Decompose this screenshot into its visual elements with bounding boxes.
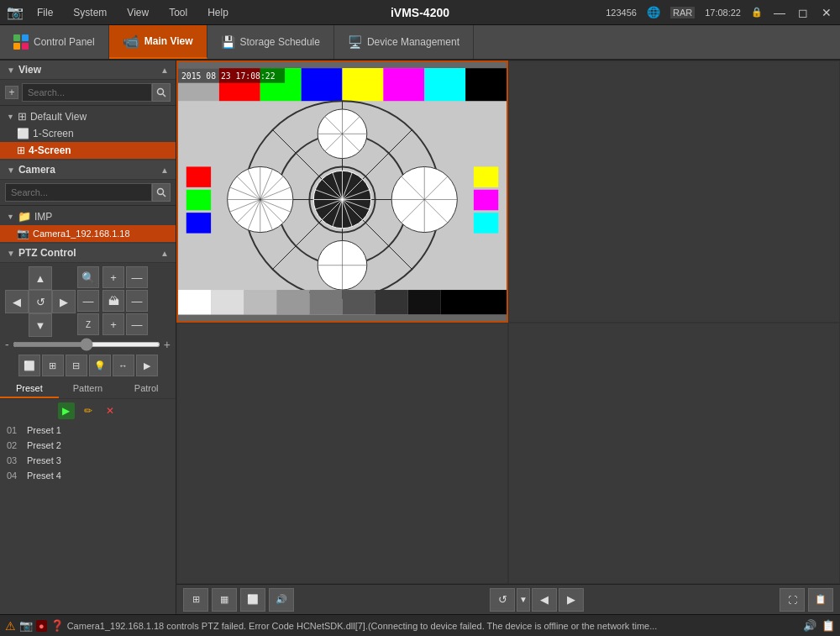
ptz-auto-btn[interactable]: + <box>102 313 124 335</box>
ptz-left-btn[interactable]: ◀ <box>5 290 29 313</box>
minimize-button[interactable]: — <box>773 6 786 19</box>
view-collapse-right-icon: ▲ <box>160 66 169 75</box>
tab-control-panel-label: Control Panel <box>34 36 95 48</box>
screen1-icon: ⬜ <box>17 128 29 139</box>
camera-section: ▼ Camera ▲ ▼ 📁 IMP <box>0 160 176 244</box>
ptz-up-btn[interactable]: ▲ <box>29 266 52 290</box>
video-cell-2[interactable] <box>508 60 840 323</box>
camera-search-input[interactable] <box>5 183 152 202</box>
toolbar-layout1-btn[interactable]: ⊞ <box>183 588 208 612</box>
svg-line-3 <box>163 194 165 197</box>
ptz-focus-near-btn[interactable]: + <box>102 266 124 288</box>
video-cell-3[interactable] <box>176 323 508 585</box>
lock-icon: 🔒 <box>751 7 763 18</box>
ptz-section-header[interactable]: ▼ PTZ Control ▲ <box>0 244 176 263</box>
tab-control-panel-icon <box>13 34 29 50</box>
toolbar-fullscreen-btn[interactable]: ⛶ <box>780 588 805 612</box>
func-btn-3[interactable]: ⊟ <box>66 355 87 376</box>
menu-tool[interactable]: Tool <box>162 7 194 18</box>
preset-play-btn[interactable]: ▶ <box>58 402 75 419</box>
toolbar-fullscreen-single-btn[interactable]: ⬜ <box>240 588 265 612</box>
toolbar-capture-btn[interactable]: 📋 <box>808 588 833 612</box>
preset-item-4[interactable]: 04 Preset 4 <box>0 468 176 483</box>
toolbar-prev-btn[interactable]: ◀ <box>532 588 557 612</box>
video-cell-1[interactable]: 2015 08 23 17:08:22 <box>176 60 508 323</box>
titlebar-right: 123456 🌐 RAR 17:08:22 🔒 — ◻ ✕ <box>606 6 833 19</box>
preset-tab-pattern[interactable]: Pattern <box>59 380 118 398</box>
camera-section-header[interactable]: ▼ Camera ▲ <box>0 160 176 180</box>
preset-item-3[interactable]: 03 Preset 3 <box>0 453 176 468</box>
status-speaker-icon[interactable]: 🔊 <box>803 619 816 632</box>
toolbar-volume-btn[interactable]: 🔊 <box>269 588 294 612</box>
preset-item-1[interactable]: 01 Preset 1 <box>0 423 176 438</box>
ptz-focus-far-btn[interactable]: — <box>126 266 148 288</box>
toolbar-next-btn[interactable]: ▶ <box>559 588 584 612</box>
tab-control-panel[interactable]: Control Panel <box>0 25 109 59</box>
menu-view[interactable]: View <box>120 7 155 18</box>
ptz-btn-empty4 <box>52 313 74 335</box>
tree-item-imp[interactable]: ▼ 📁 IMP <box>0 208 176 225</box>
preset-item-2[interactable]: 02 Preset 2 <box>0 438 176 453</box>
preset-tab-patrol[interactable]: Patrol <box>117 380 176 398</box>
ptz-focus-col: + — 🏔 — + — <box>102 266 148 335</box>
status-clipboard-icon[interactable]: 📋 <box>822 619 835 632</box>
preset-tab-preset[interactable]: Preset <box>0 380 59 398</box>
preset-list: 01 Preset 1 02 Preset 2 03 Preset 3 04 <box>0 423 176 614</box>
camera-section-title: Camera <box>18 164 55 176</box>
func-btn-1[interactable]: ⬜ <box>18 355 40 376</box>
ptz-iris-close-btn[interactable]: — <box>126 290 148 312</box>
ptz-controls-area: ▲ ◀ ↺ ▶ ▼ 🔍 — Z <box>0 263 176 380</box>
svg-rect-61 <box>309 290 342 314</box>
view-search-input[interactable] <box>22 83 152 102</box>
ptz-down-btn[interactable]: ▼ <box>29 313 52 337</box>
svg-rect-59 <box>244 290 276 314</box>
ptz-center-btn[interactable]: ↺ <box>29 290 52 313</box>
close-button[interactable]: ✕ <box>820 6 833 19</box>
func-btn-next[interactable]: ▶ <box>136 355 158 376</box>
tree-item-4screen[interactable]: ⊞ 4-Screen <box>0 142 176 159</box>
view-add-btn[interactable]: + <box>5 86 18 99</box>
folder-icon: 📁 <box>18 210 31 223</box>
tree-item-default-view[interactable]: ▼ ⊞ Default View <box>0 108 176 125</box>
menu-help[interactable]: Help <box>201 7 235 18</box>
svg-line-1 <box>163 94 165 97</box>
tab-storage-schedule[interactable]: 💾 Storage Schedule <box>207 25 334 59</box>
camera-collapse-right: ▲ <box>160 166 169 175</box>
func-btn-5[interactable]: ↔ <box>113 355 134 376</box>
preset-edit-btn[interactable]: ✏ <box>80 402 97 419</box>
camera-icon: 📷 <box>17 228 29 239</box>
left-panel: ▼ View ▲ + ▼ ⊞ Default View <box>0 60 176 614</box>
svg-rect-57 <box>178 290 211 314</box>
svg-rect-63 <box>375 290 408 314</box>
menu-file[interactable]: File <box>30 7 60 18</box>
view-section-header[interactable]: ▼ View ▲ <box>0 60 176 80</box>
zoom-slider[interactable] <box>13 342 160 347</box>
tree-item-1screen[interactable]: ⬜ 1-Screen <box>0 125 176 142</box>
tree-item-camera1[interactable]: 📷 Camera1_192.168.1.18 <box>0 225 176 242</box>
ptz-right-btn[interactable]: ▶ <box>52 290 76 313</box>
func-btn-2[interactable]: ⊞ <box>42 355 64 376</box>
ptz-zoom-in-btn[interactable]: 🔍 <box>77 266 99 288</box>
ptz-zoom-out-btn[interactable]: — <box>77 290 99 312</box>
preset-delete-btn[interactable]: ✕ <box>102 402 118 419</box>
tree-item-label: IMP <box>34 211 52 223</box>
func-btn-4[interactable]: 💡 <box>89 355 111 376</box>
ptz-speed-btn[interactable]: — <box>126 313 148 335</box>
camera-search-btn[interactable] <box>152 183 171 202</box>
menu-system[interactable]: System <box>66 7 113 18</box>
tab-main-view[interactable]: 📹 Main View <box>109 25 207 59</box>
ptz-zoom-reset-btn[interactable]: Z <box>77 313 99 335</box>
status-question-icon: ❓ <box>50 619 64 632</box>
toolbar-refresh-btn[interactable]: ↺ <box>490 588 515 612</box>
toolbar-center-controls: ↺ ▼ ◀ ▶ <box>490 588 584 612</box>
status-right: 🔊 📋 <box>803 619 835 632</box>
toolbar-layout2-btn[interactable]: ▦ <box>212 588 237 612</box>
rar-icon: RAR <box>670 7 695 18</box>
view-tree: ▼ ⊞ Default View ⬜ 1-Screen ⊞ 4-Screen <box>0 106 176 160</box>
ptz-iris-open-btn[interactable]: 🏔 <box>102 290 124 312</box>
video-cell-4[interactable] <box>508 323 840 585</box>
view-search-btn[interactable] <box>152 83 171 102</box>
toolbar-refresh-dropdown-btn[interactable]: ▼ <box>517 588 530 612</box>
tab-device-management[interactable]: 🖥️ Device Management <box>334 25 474 59</box>
restore-button[interactable]: ◻ <box>796 6 810 19</box>
